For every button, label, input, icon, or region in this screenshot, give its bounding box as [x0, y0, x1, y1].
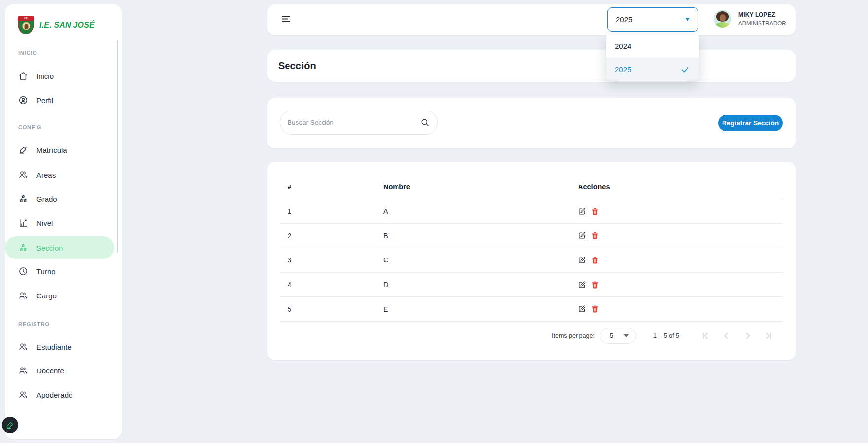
search-input[interactable] [288, 119, 420, 126]
table-row: 2 B [280, 224, 783, 249]
home-icon [18, 71, 28, 81]
search-button[interactable] [420, 118, 430, 127]
sidebar-item-label: Grado [36, 195, 57, 203]
crest-badge-text: I.E. [18, 16, 34, 21]
trash-icon [591, 305, 599, 313]
table-row: 5 E [280, 297, 783, 322]
first-page-button[interactable] [701, 332, 710, 340]
year-dropdown-menu: 2024 2025 [606, 35, 699, 81]
people-icon [18, 170, 28, 180]
sidebar-item-turno[interactable]: Turno [5, 260, 116, 282]
trash-icon [591, 281, 599, 289]
people-icon [18, 366, 28, 375]
page-size-select[interactable]: 5 [600, 328, 636, 344]
people-icon [18, 291, 28, 300]
last-page-icon [764, 332, 773, 340]
trash-icon [591, 231, 599, 240]
level-chart-icon [18, 218, 28, 228]
menu-toggle-button[interactable] [281, 15, 291, 24]
delete-button[interactable] [591, 207, 599, 216]
row-number: 3 [280, 256, 383, 264]
delete-button[interactable] [591, 256, 599, 264]
year-option-2024[interactable]: 2024 [606, 35, 699, 58]
previous-page-button[interactable] [722, 332, 731, 340]
sidebar-item-label: Turno [36, 267, 56, 276]
pencil-icon [6, 421, 14, 429]
delete-button[interactable] [591, 305, 599, 313]
sidebar-item-perfil[interactable]: Perfil [5, 89, 116, 111]
sidebar-item-nivel[interactable]: Nivel [5, 212, 116, 234]
delete-button[interactable] [591, 231, 599, 240]
page-range-label: 1 – 5 of 5 [653, 332, 679, 339]
edit-theme-fab[interactable] [2, 417, 18, 433]
sidebar-item-cargo[interactable]: Cargo [5, 285, 116, 306]
sidebar-item-label: Seccion [36, 244, 63, 252]
sections-table-card: # Nombre Acciones 1 A 2 [267, 162, 796, 360]
year-option-label: 2024 [615, 42, 631, 50]
delete-button[interactable] [591, 281, 599, 289]
sidebar: I.E. I.E. SAN JOSÉ INICIO Inicio Perfil … [5, 4, 122, 439]
edit-button[interactable] [578, 256, 586, 264]
sidebar-item-inicio[interactable]: Inicio [5, 65, 116, 87]
crest-emblem [22, 22, 30, 30]
table-row: 3 C [280, 248, 783, 273]
edit-button[interactable] [578, 231, 586, 240]
row-nombre: B [383, 232, 578, 240]
sidebar-item-label: Nivel [36, 219, 53, 227]
row-number: 4 [280, 281, 383, 289]
page-title-card: Sección [267, 50, 796, 82]
trash-icon [591, 256, 599, 264]
app-logo: I.E. I.E. SAN JOSÉ [18, 16, 95, 34]
avatar [714, 10, 731, 28]
sidebar-item-label: Perfil [36, 96, 53, 105]
table-row: 1 A [280, 199, 783, 224]
pagination-bar: Items per page: 5 1 – 5 of 5 [280, 328, 773, 344]
edit-icon [578, 207, 586, 216]
edit-button[interactable] [578, 281, 586, 289]
search-icon [420, 118, 430, 127]
sidebar-item-label: Areas [36, 171, 56, 179]
trash-icon [591, 207, 599, 216]
column-header-nombre: Nombre [383, 183, 578, 191]
year-select-value: 2025 [616, 15, 632, 24]
items-per-page-label: Items per page: [552, 332, 595, 339]
enrollment-pen-icon [18, 145, 28, 155]
sidebar-item-estudiante[interactable]: Estudiante [5, 336, 116, 358]
edit-button[interactable] [578, 305, 586, 313]
sidebar-item-label: Matrícula [36, 146, 67, 154]
year-option-2025[interactable]: 2025 [606, 58, 699, 81]
year-select[interactable]: 2025 [607, 7, 698, 32]
edit-button[interactable] [578, 207, 586, 216]
sidebar-item-grado[interactable]: Grado [5, 188, 116, 210]
sidebar-item-apoderado[interactable]: Apoderado [5, 384, 116, 406]
sidebar-item-seccion[interactable]: Seccion [5, 236, 114, 259]
sidebar-item-label: Inicio [36, 72, 54, 80]
table-row: 4 D [280, 273, 783, 297]
top-header: 2025 MIKY LOPEZ ADMINISTRADOR [267, 4, 796, 35]
row-nombre: A [383, 207, 578, 215]
page-size-value: 5 [610, 332, 613, 339]
register-section-button[interactable]: Registrar Sección [718, 115, 783, 131]
user-profile[interactable]: MIKY LOPEZ ADMINISTRADOR [714, 10, 786, 28]
user-role: ADMINISTRADOR [738, 20, 786, 26]
check-icon [680, 65, 690, 74]
sidebar-item-matricula[interactable]: Matrícula [5, 139, 116, 161]
edit-icon [578, 281, 586, 289]
star-cluster-icon [18, 194, 28, 204]
nav-section-inicio: INICIO [18, 50, 37, 56]
search-box [280, 111, 438, 135]
next-page-button[interactable] [743, 332, 752, 340]
last-page-button[interactable] [764, 332, 773, 340]
chevron-right-icon [743, 332, 752, 340]
sidebar-item-areas[interactable]: Areas [5, 164, 116, 185]
sidebar-scrollbar[interactable] [117, 40, 118, 253]
hamburger-icon [281, 15, 291, 23]
sidebar-item-docente[interactable]: Docente [5, 360, 116, 381]
column-header-num: # [280, 183, 383, 191]
row-number: 1 [280, 207, 383, 215]
people-icon [18, 342, 28, 352]
edit-icon [578, 305, 586, 313]
clock-icon [18, 266, 28, 276]
chevron-left-icon [722, 332, 731, 340]
people-icon [18, 390, 28, 400]
